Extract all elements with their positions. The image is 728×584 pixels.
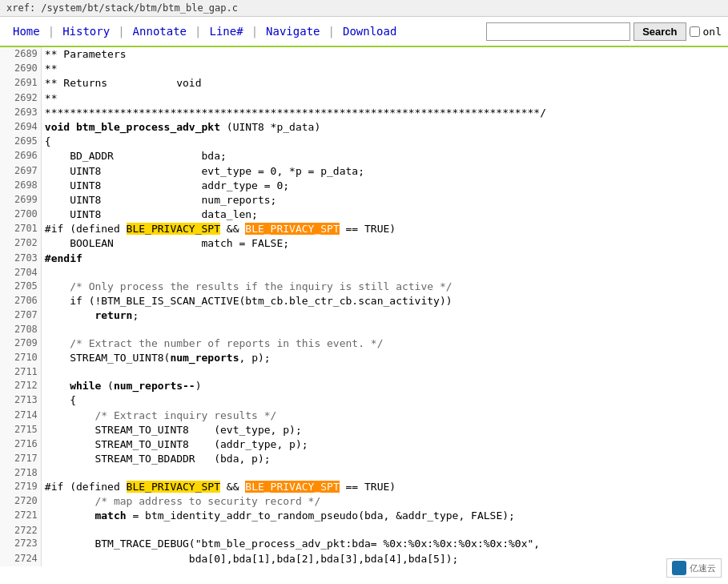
line-number: 2693: [0, 106, 41, 120]
logo-text: 亿速云: [690, 562, 716, 574]
line-number: 2721: [0, 509, 41, 523]
table-row: 2700 UINT8 data_len;: [0, 207, 728, 222]
code-line: [41, 524, 728, 538]
line-number: 2696: [0, 149, 41, 163]
onl-label: onl: [703, 26, 722, 38]
sep3: |: [193, 25, 203, 38]
table-row: 2709 /* Extract the number of reports in…: [0, 336, 728, 351]
line-number: 2720: [0, 494, 41, 509]
code-area: 2689** Parameters2690**2691** Returns vo…: [0, 47, 728, 579]
table-row: 2710 STREAM_TO_UINT8(num_reports, p);: [0, 351, 728, 365]
line-number: 2713: [0, 393, 41, 408]
code-line: /* Only process the results if the inqui…: [41, 280, 728, 294]
line-number: 2703: [0, 252, 41, 266]
table-row: 2723 BTM_TRACE_DEBUG("btm_ble_process_ad…: [0, 537, 728, 551]
logo-icon: [672, 561, 686, 575]
table-row: 2714 /* Extract inquiry results */: [0, 409, 728, 423]
code-table: 2689** Parameters2690**2691** Returns vo…: [0, 47, 728, 566]
table-row: 2697 UINT8 evt_type = 0, *p = p_data;: [0, 164, 728, 179]
code-line: **: [41, 91, 728, 106]
nav-annotate[interactable]: Annotate: [127, 22, 193, 41]
line-number: 2723: [0, 537, 41, 551]
table-row: 2698 UINT8 addr_type = 0;: [0, 179, 728, 193]
code-line: [41, 266, 728, 280]
table-row: 2711: [0, 365, 728, 379]
nav-navigate[interactable]: Navigate: [259, 22, 326, 41]
table-row: 2701#if (defined BLE_PRIVACY_SPT && BLE_…: [0, 222, 728, 236]
table-row: 2699 UINT8 num_reports;: [0, 193, 728, 207]
table-row: 2694void btm_ble_process_adv_pkt (UINT8 …: [0, 120, 728, 135]
table-row: 2717 STREAM_TO_BDADDR (bda, p);: [0, 452, 728, 466]
line-number: 2694: [0, 120, 41, 135]
line-number: 2708: [0, 323, 41, 336]
table-row: 2716 STREAM_TO_UINT8 (addr_type, p);: [0, 437, 728, 452]
line-number: 2705: [0, 280, 41, 294]
nav-download[interactable]: Download: [336, 22, 403, 41]
table-row: 2693************************************…: [0, 106, 728, 120]
table-row: 2704: [0, 266, 728, 280]
code-line: void btm_ble_process_adv_pkt (UINT8 *p_d…: [41, 120, 728, 135]
line-number: 2692: [0, 91, 41, 106]
line-number: 2691: [0, 76, 41, 91]
code-line: BTM_TRACE_DEBUG("btm_ble_process_adv_pkt…: [41, 537, 728, 551]
code-line: UINT8 addr_type = 0;: [41, 179, 728, 193]
table-row: 2722: [0, 524, 728, 538]
code-line: if (!BTM_BLE_IS_SCAN_ACTIVE(btm_cb.ble_c…: [41, 294, 728, 308]
line-number: 2706: [0, 294, 41, 308]
code-line: #endif: [41, 252, 728, 266]
sep1: |: [46, 25, 56, 38]
line-number: 2724: [0, 552, 41, 566]
code-line: while (num_reports--): [41, 379, 728, 393]
code-line: /* map address to security record */: [41, 494, 728, 509]
code-line: BD_ADDR bda;: [41, 149, 728, 163]
nav-bar: Home | History | Annotate | Line# | Navi…: [0, 17, 728, 47]
table-row: 2705 /* Only process the results if the …: [0, 280, 728, 294]
search-checkbox[interactable]: [690, 26, 700, 37]
line-number: 2715: [0, 423, 41, 437]
code-line: UINT8 data_len;: [41, 207, 728, 222]
code-line: #if (defined BLE_PRIVACY_SPT && BLE_PRIV…: [41, 222, 728, 236]
code-line: {: [41, 393, 728, 408]
code-line: bda[0],bda[1],bda[2],bda[3],bda[4],bda[5…: [41, 552, 728, 566]
search-input[interactable]: [486, 22, 630, 41]
code-line: STREAM_TO_UINT8 (addr_type, p);: [41, 437, 728, 452]
code-line: [41, 365, 728, 379]
table-row: 2706 if (!BTM_BLE_IS_SCAN_ACTIVE(btm_cb.…: [0, 294, 728, 308]
code-line: [41, 323, 728, 336]
search-button[interactable]: Search: [633, 22, 686, 41]
code-line: /* Extract the number of reports in this…: [41, 336, 728, 351]
line-number: 2699: [0, 193, 41, 207]
table-row: 2708: [0, 323, 728, 336]
line-number: 2719: [0, 480, 41, 494]
line-number: 2702: [0, 236, 41, 251]
code-line: **: [41, 62, 728, 76]
table-row: 2689** Parameters: [0, 47, 728, 62]
table-row: 2702 BOOLEAN match = FALSE;: [0, 236, 728, 251]
table-row: 2691** Returns void: [0, 76, 728, 91]
table-row: 2703#endif: [0, 252, 728, 266]
line-number: 2704: [0, 266, 41, 280]
nav-history[interactable]: History: [56, 22, 116, 41]
table-row: 2696 BD_ADDR bda;: [0, 149, 728, 163]
nav-lineno[interactable]: Line#: [203, 22, 249, 41]
code-line: ****************************************…: [41, 106, 728, 120]
sep5: |: [327, 25, 336, 38]
line-number: 2716: [0, 437, 41, 452]
code-line: STREAM_TO_UINT8 (evt_type, p);: [41, 423, 728, 437]
code-line: STREAM_TO_UINT8(num_reports, p);: [41, 351, 728, 365]
code-line: BOOLEAN match = FALSE;: [41, 236, 728, 251]
code-line: {: [41, 135, 728, 149]
line-number: 2709: [0, 336, 41, 351]
nav-home[interactable]: Home: [6, 22, 46, 41]
table-row: 2707 return;: [0, 308, 728, 323]
table-row: 2719#if (defined BLE_PRIVACY_SPT && BLE_…: [0, 480, 728, 494]
line-number: 2714: [0, 409, 41, 423]
table-row: 2692**: [0, 91, 728, 106]
table-row: 2720 /* map address to security record *…: [0, 494, 728, 509]
code-line: ** Returns void: [41, 76, 728, 91]
line-number: 2718: [0, 466, 41, 480]
table-row: 2718: [0, 466, 728, 480]
title-bar: xref: /system/bt/stack/btm/btm_ble_gap.c: [0, 0, 728, 17]
line-number: 2710: [0, 351, 41, 365]
code-line: UINT8 num_reports;: [41, 193, 728, 207]
